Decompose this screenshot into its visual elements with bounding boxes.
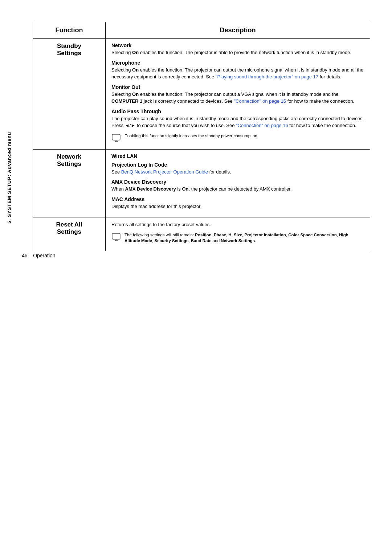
description-cell-network: Wired LAN Projection Log In Code See Ben… [106, 149, 370, 217]
function-cell-standby: StandbySettings [33, 39, 106, 150]
link-benq-guide[interactable]: BenQ Network Projector Operation Guide [121, 169, 208, 175]
table-row: Reset AllSettings Returns all settings t… [33, 217, 370, 251]
section-text-mac: Displays the mac address for this projec… [111, 203, 364, 210]
note-reset: The following settings will still remain… [111, 232, 364, 244]
section-text-reset-main: Returns all settings to the factory pres… [111, 221, 364, 228]
section-title-microphone: Microphone [111, 60, 364, 66]
link-playing-sound[interactable]: "Playing sound through the projector" on… [216, 74, 318, 79]
note-audio: Enabling this function slightly increase… [111, 133, 364, 142]
link-connection-monitor[interactable]: "Connection" on page 16 [234, 98, 286, 104]
section-text-projection-log: See BenQ Network Projector Operation Gui… [111, 168, 364, 176]
section-text-network: Selecting On enables the function. The p… [111, 49, 364, 56]
sidebar-label: 5. SYSTEM SETUP: Advanced menu [7, 51, 12, 305]
section-audio-pass-through: Audio Pass Through The projector can pla… [111, 109, 364, 142]
footer-label: Operation [33, 253, 55, 258]
section-monitor-out: Monitor Out Selecting On enables the fun… [111, 84, 364, 105]
section-amx: AMX Device Discovery When AMX Device Dis… [111, 179, 364, 193]
main-table: Function Description StandbySettings Net… [33, 22, 370, 251]
section-network: Network Selecting On enables the functio… [111, 42, 364, 56]
section-title-monitor-out: Monitor Out [111, 84, 364, 90]
link-connection-audio[interactable]: "Connection" on page 16 [236, 123, 288, 128]
note-text-reset: The following settings will still remain… [124, 232, 364, 244]
footer: 46 Operation [22, 253, 56, 258]
section-title-network: Network [111, 42, 364, 48]
description-cell-standby: Network Selecting On enables the functio… [106, 39, 370, 150]
header-function: Function [33, 22, 106, 39]
note-icon-reset [111, 232, 122, 241]
svg-rect-0 [112, 134, 120, 140]
section-wired-lan: Wired LAN [111, 153, 364, 159]
table-row: StandbySettings Network Selecting On ena… [33, 39, 370, 150]
function-label-standby: StandbySettings [57, 42, 81, 57]
note-text-audio: Enabling this function slightly increase… [124, 133, 258, 139]
section-text-audio: The projector can play sound when it is … [111, 115, 364, 129]
section-mac: MAC Address Displays the mac address for… [111, 196, 364, 210]
note-icon-audio [111, 133, 122, 142]
section-text-monitor-out: Selecting On enables the function. The p… [111, 91, 364, 105]
section-title-projection-log: Projection Log In Code [111, 162, 364, 168]
section-title-mac: MAC Address [111, 196, 364, 202]
function-label-reset: Reset AllSettings [56, 221, 82, 235]
section-title-audio: Audio Pass Through [111, 109, 364, 114]
section-text-microphone: Selecting On enables the function. The p… [111, 66, 364, 81]
section-microphone: Microphone Selecting On enables the func… [111, 60, 364, 81]
section-title-amx: AMX Device Discovery [111, 179, 364, 185]
section-projection-log: Projection Log In Code See BenQ Network … [111, 162, 364, 176]
function-cell-network: NetworkSettings [33, 149, 106, 217]
page-number: 46 [22, 253, 28, 258]
table-row: NetworkSettings Wired LAN Projection Log… [33, 149, 370, 217]
function-label-network: NetworkSettings [57, 153, 81, 167]
svg-rect-3 [112, 233, 120, 239]
section-text-amx: When AMX Device Discovery is On, the pro… [111, 185, 364, 193]
header-description: Description [106, 22, 370, 39]
function-cell-reset: Reset AllSettings [33, 217, 106, 251]
description-cell-reset: Returns all settings to the factory pres… [106, 217, 370, 251]
section-title-wired-lan: Wired LAN [111, 153, 364, 159]
